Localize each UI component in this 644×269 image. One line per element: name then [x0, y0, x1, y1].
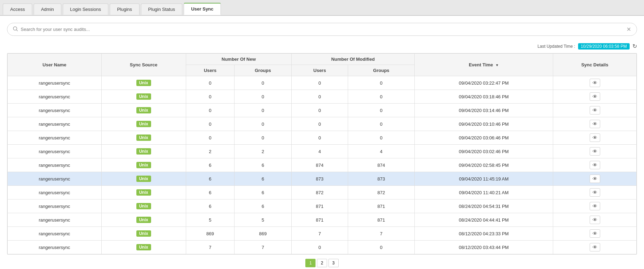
cell-new-groups: 6	[235, 158, 292, 172]
cell-mod-users: 0	[291, 90, 348, 104]
cell-username: rangerusersync	[8, 131, 102, 145]
cell-syncsource: Unix	[101, 145, 186, 158]
cell-mod-groups: 4	[348, 145, 415, 158]
tab-user-sync[interactable]: User Sync	[184, 3, 221, 15]
cell-mod-users: 7	[291, 227, 348, 241]
cell-username: rangerusersync	[8, 172, 102, 186]
cell-new-groups: 0	[235, 76, 292, 90]
cell-syncsource: Unix	[101, 76, 186, 90]
cell-sync-details: 👁	[553, 172, 637, 186]
view-details-button[interactable]: 👁	[590, 188, 600, 197]
view-details-button[interactable]: 👁	[590, 120, 600, 128]
cell-new-groups: 0	[235, 117, 292, 131]
tab-plugins[interactable]: Plugins	[110, 4, 140, 15]
table-row: rangerusersync Unix 0 0 0 0 09/04/2020 0…	[8, 104, 637, 117]
th-syncdetails-group: Sync Details	[553, 54, 637, 76]
unix-badge: Unix	[136, 244, 151, 250]
cell-sync-details: 👁	[553, 158, 637, 172]
cell-event-time: 09/04/2020 11:45:19 AM	[414, 172, 553, 186]
cell-new-groups: 6	[235, 172, 292, 186]
view-details-button[interactable]: 👁	[590, 161, 600, 169]
cell-new-users: 0	[186, 104, 234, 117]
main-content: ✕ Last Updated Time : 10/29/2020 06:03:5…	[0, 16, 644, 269]
view-details-button[interactable]: 👁	[590, 106, 600, 114]
cell-mod-groups: 871	[348, 199, 415, 213]
view-details-button[interactable]: 👁	[590, 229, 600, 238]
cell-sync-details: 👁	[553, 213, 637, 227]
cell-new-users: 6	[186, 186, 234, 199]
page-button-1[interactable]: 1	[305, 259, 316, 267]
refresh-icon[interactable]: ↻	[632, 43, 637, 50]
cell-syncsource: Unix	[101, 186, 186, 199]
unix-badge: Unix	[136, 203, 151, 209]
cell-mod-users: 0	[291, 104, 348, 117]
cell-new-users: 6	[186, 172, 234, 186]
search-input[interactable]	[21, 27, 624, 32]
cell-mod-groups: 873	[348, 172, 415, 186]
th-modified-group: Number Of Modified	[291, 54, 414, 65]
cell-mod-groups: 0	[348, 117, 415, 131]
view-details-button[interactable]: 👁	[590, 202, 600, 210]
table-row: rangerusersync Unix 6 6 874 874 09/04/20…	[8, 158, 637, 172]
view-details-button[interactable]: 👁	[590, 175, 600, 183]
tab-login-sessions[interactable]: Login Sessions	[63, 4, 108, 15]
cell-event-time: 09/04/2020 03:06:46 PM	[414, 131, 553, 145]
cell-mod-groups: 872	[348, 186, 415, 199]
cell-new-users: 6	[186, 158, 234, 172]
table-wrapper: User Name Sync Source Number Of New Numb…	[7, 53, 637, 255]
view-details-button[interactable]: 👁	[590, 133, 600, 142]
cell-sync-details: 👁	[553, 104, 637, 117]
th-syncsource-group: Sync Source	[101, 54, 186, 76]
table-row: rangerusersync Unix 5 5 871 871 08/24/20…	[8, 213, 637, 227]
cell-syncsource: Unix	[101, 131, 186, 145]
view-details-button[interactable]: 👁	[590, 216, 600, 224]
table-row: rangerusersync Unix 869 869 7 7 08/12/20…	[8, 227, 637, 241]
tab-access[interactable]: Access	[3, 4, 32, 15]
view-details-button[interactable]: 👁	[590, 243, 600, 251]
cell-event-time: 08/24/2020 04:54:31 PM	[414, 199, 553, 213]
table-row: rangerusersync Unix 6 6 873 873 09/04/20…	[8, 172, 637, 186]
view-details-button[interactable]: 👁	[590, 79, 600, 87]
cell-mod-users: 871	[291, 213, 348, 227]
cell-new-groups: 0	[235, 104, 292, 117]
table-row: rangerusersync Unix 0 0 0 0 09/04/2020 0…	[8, 76, 637, 90]
unix-badge: Unix	[136, 148, 151, 155]
cell-syncsource: Unix	[101, 117, 186, 131]
cell-mod-groups: 0	[348, 241, 415, 254]
cell-username: rangerusersync	[8, 117, 102, 131]
cell-new-groups: 869	[235, 227, 292, 241]
tabs-bar: AccessAdminLogin SessionsPluginsPlugin S…	[0, 0, 644, 16]
cell-mod-groups: 0	[348, 131, 415, 145]
search-clear-icon[interactable]: ✕	[626, 26, 631, 33]
cell-new-users: 0	[186, 76, 234, 90]
cell-sync-details: 👁	[553, 76, 637, 90]
cell-mod-groups: 0	[348, 90, 415, 104]
cell-new-groups: 6	[235, 199, 292, 213]
cell-new-users: 6	[186, 199, 234, 213]
cell-mod-users: 872	[291, 186, 348, 199]
cell-mod-groups: 0	[348, 76, 415, 90]
cell-new-users: 5	[186, 213, 234, 227]
cell-new-users: 0	[186, 117, 234, 131]
cell-syncsource: Unix	[101, 158, 186, 172]
table-row: rangerusersync Unix 0 0 0 0 09/04/2020 0…	[8, 90, 637, 104]
page-button-2[interactable]: 2	[317, 259, 327, 267]
cell-username: rangerusersync	[8, 104, 102, 117]
cell-mod-users: 0	[291, 131, 348, 145]
tab-plugin-status[interactable]: Plugin Status	[141, 4, 183, 15]
view-details-button[interactable]: 👁	[590, 147, 600, 156]
cell-new-groups: 0	[235, 131, 292, 145]
cell-event-time: 09/04/2020 03:10:46 PM	[414, 117, 553, 131]
tab-admin[interactable]: Admin	[34, 4, 61, 15]
cell-username: rangerusersync	[8, 227, 102, 241]
search-container: ✕	[7, 23, 637, 36]
last-updated-value: 10/29/2020 06:03:58 PM	[578, 43, 630, 50]
page-button-3[interactable]: 3	[328, 259, 339, 267]
view-details-button[interactable]: 👁	[590, 92, 600, 101]
cell-mod-users: 873	[291, 172, 348, 186]
cell-event-time: 09/04/2020 02:58:45 PM	[414, 158, 553, 172]
table-row: rangerusersync Unix 6 6 871 871 08/24/20…	[8, 199, 637, 213]
cell-username: rangerusersync	[8, 241, 102, 254]
cell-new-users: 869	[186, 227, 234, 241]
cell-mod-users: 4	[291, 145, 348, 158]
